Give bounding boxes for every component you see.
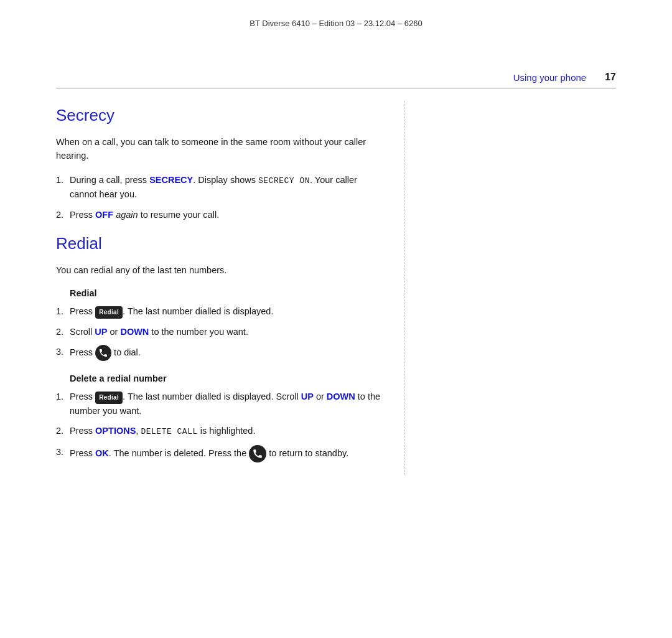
redial-steps: 1. Press Redial. The last number dialled… — [56, 304, 385, 361]
step-num: 1. — [56, 304, 70, 318]
secrecy-intro: When on a call, you can talk to someone … — [56, 135, 385, 163]
list-item: 2. Press OFF again to resume your call. — [56, 208, 385, 222]
redial-title: Redial — [56, 234, 385, 253]
step-content: Press Redial. The last number dialled is… — [70, 390, 385, 418]
header: BT Diverse 6410 – Edition 03 – 23.12.04 … — [0, 0, 672, 34]
list-item: 1. Press Redial. The last number dialled… — [56, 304, 385, 318]
left-column: Secrecy When on a call, you can talk to … — [56, 101, 404, 475]
content-area: Secrecy When on a call, you can talk to … — [56, 88, 616, 475]
delete-redial-subsection: Delete a redial number 1. Press Redial. … — [56, 373, 385, 462]
down-keyword: DOWN — [120, 327, 149, 337]
right-column — [404, 101, 616, 475]
delete-steps: 1. Press Redial. The last number dialled… — [56, 390, 385, 462]
options-keyword: OPTIONS — [95, 426, 136, 436]
header-title: BT Diverse 6410 – Edition 03 – 23.12.04 … — [250, 19, 422, 28]
down-keyword: DOWN — [327, 392, 355, 401]
redial-button-icon: Redial — [95, 392, 123, 404]
redial-button-icon: Redial — [95, 306, 123, 319]
page-number: 17 — [605, 72, 616, 83]
again-text: again — [116, 210, 138, 220]
redial-subsection-title: Redial — [70, 288, 385, 298]
step-num: 1. — [56, 390, 70, 403]
list-item: 3. Press OK. The number is deleted. Pres… — [56, 445, 385, 462]
step-content: Scroll UP or DOWN to the number you want… — [70, 325, 385, 339]
display-text: SECRECY ON — [258, 176, 310, 185]
step-content: Press to dial. — [70, 345, 385, 361]
offhook-icon — [249, 445, 266, 462]
secrecy-steps: 1. During a call, press SECRECY. Display… — [56, 173, 385, 222]
step-num: 1. — [56, 173, 70, 187]
phone-icon — [95, 345, 111, 361]
redial-subsection: Redial 1. Press Redial. The last number … — [56, 288, 385, 361]
top-nav-label: Using your phone — [513, 72, 587, 83]
step-num: 2. — [56, 208, 70, 222]
display-text: DELETE CALL — [141, 427, 197, 436]
list-item: 1. During a call, press SECRECY. Display… — [56, 173, 385, 202]
step-content: Press OFF again to resume your call. — [70, 208, 385, 222]
up-keyword: UP — [95, 327, 107, 337]
list-item: 2. Press OPTIONS, DELETE CALL is highlig… — [56, 424, 385, 438]
page-container: BT Diverse 6410 – Edition 03 – 23.12.04 … — [0, 0, 672, 638]
top-nav: Using your phone 17 — [0, 34, 672, 88]
step-num: 2. — [56, 325, 70, 339]
secrecy-keyword: SECRECY — [149, 175, 193, 185]
step-content: Press OPTIONS, DELETE CALL is highlighte… — [70, 424, 385, 438]
step-num: 2. — [56, 424, 70, 438]
step-content: Press Redial. The last number dialled is… — [70, 304, 385, 318]
step-num: 3. — [56, 345, 70, 359]
up-keyword: UP — [301, 392, 314, 401]
off-keyword: OFF — [95, 210, 113, 220]
list-item: 2. Scroll UP or DOWN to the number you w… — [56, 325, 385, 339]
ok-keyword: OK — [95, 448, 109, 457]
redial-intro: You can redial any of the last ten numbe… — [56, 263, 385, 277]
redial-section: Redial You can redial any of the last te… — [56, 234, 385, 462]
list-item: 1. Press Redial. The last number dialled… — [56, 390, 385, 418]
secrecy-section: Secrecy When on a call, you can talk to … — [56, 106, 385, 222]
delete-subsection-title: Delete a redial number — [70, 373, 385, 383]
list-item: 3. Press to dial. — [56, 345, 385, 361]
step-num: 3. — [56, 445, 70, 459]
secrecy-title: Secrecy — [56, 106, 385, 125]
step-content: Press OK. The number is deleted. Press t… — [70, 445, 385, 462]
step-content: During a call, press SECRECY. Display sh… — [70, 173, 385, 202]
